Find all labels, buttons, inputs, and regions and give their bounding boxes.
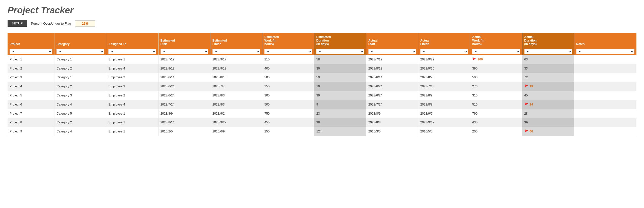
table-cell: 2023/6/14 (158, 73, 210, 82)
filter-category[interactable]: ▼ (56, 49, 104, 54)
table-cell: 2023/7/24 (158, 100, 210, 109)
table-cell: 250 (262, 127, 314, 136)
table-cell (574, 118, 636, 127)
table-row: Project 7Category 5Employee 12023/8/9202… (8, 109, 636, 118)
table-cell: 790 (470, 109, 522, 118)
header-row: Project Category Assigned To EstimatedSt… (8, 33, 636, 48)
table-cell: 250 (262, 82, 314, 91)
table-cell: 23 (314, 109, 366, 118)
table-body: Project 1Category 1Employee 12023/7/1920… (8, 55, 636, 136)
table-row: Project 1Category 1Employee 12023/7/1920… (8, 55, 636, 64)
table-row: Project 4Category 2Employee 32023/6/2420… (8, 82, 636, 91)
table-cell: Employee 2 (106, 91, 158, 100)
col-header-project: Project (8, 33, 54, 48)
table-cell: 2023/9/7 (418, 109, 470, 118)
setup-row: SETUP Percent Over/Under to Flag 25% (8, 20, 636, 27)
flagged-value: 300 (477, 58, 483, 61)
col-header-est-duration: EstimatedDuration(in days) (314, 33, 366, 48)
filter-act-duration[interactable]: ▼ (524, 49, 572, 54)
filter-act-work[interactable]: ▼ (472, 49, 520, 54)
flagged-value: 14 (530, 103, 533, 106)
table-cell: Project 3 (8, 73, 54, 82)
table-cell: Project 7 (8, 109, 54, 118)
table-cell: Category 5 (54, 109, 106, 118)
project-table: Project Category Assigned To EstimatedSt… (8, 33, 636, 136)
table-cell: 38 (314, 118, 366, 127)
filter-act-start[interactable]: ▼ (368, 49, 416, 54)
table-cell: Category 2 (54, 82, 106, 91)
table-cell: Project 4 (8, 82, 54, 91)
table-cell: 30 (314, 64, 366, 73)
table-cell: 58 (314, 55, 366, 64)
table-cell: 2023/9/17 (418, 118, 470, 127)
table-cell: 2023/6/24 (366, 82, 418, 91)
table-cell: Employee 4 (106, 100, 158, 109)
table-cell: 2023/8/8 (418, 100, 470, 109)
table-cell: 450 (262, 118, 314, 127)
table-cell: Employee 1 (106, 109, 158, 118)
table-cell: 276 (470, 82, 522, 91)
filter-assigned-to[interactable]: ▼ (108, 49, 156, 54)
table-cell: 2023/7/24 (366, 100, 418, 109)
table-cell: Employee 1 (106, 127, 158, 136)
filter-est-start[interactable]: ▼ (160, 49, 208, 54)
table-cell: 2023/8/8 (366, 118, 418, 127)
filter-notes[interactable]: ▼ (576, 49, 634, 54)
flag-icon: 🚩 (524, 129, 529, 133)
table-cell: 300 (262, 91, 314, 100)
table-cell: Employee 4 (106, 64, 158, 73)
table-cell: 63 (522, 55, 574, 64)
table-cell: Project 9 (8, 127, 54, 136)
table-cell: Employee 1 (106, 55, 158, 64)
table-cell: 2016/3/5 (366, 127, 418, 136)
table-cell: 2023/7/19 (158, 55, 210, 64)
table-cell: 2023/9/2 (210, 109, 262, 118)
table-cell: 2023/8/9 (158, 109, 210, 118)
table-cell: 2023/6/24 (366, 91, 418, 100)
filter-act-finish[interactable]: ▼ (420, 49, 468, 54)
table-cell: 2023/8/26 (418, 73, 470, 82)
table-cell: 2023/6/24 (158, 91, 210, 100)
table-cell (574, 73, 636, 82)
table-cell: 2023/6/24 (158, 82, 210, 91)
table-cell: 2023/9/22 (210, 118, 262, 127)
filter-project[interactable]: ▼ (10, 49, 52, 54)
col-header-assigned-to: Assigned To (106, 33, 158, 48)
table-cell: 39 (314, 91, 366, 100)
table-cell: 🚩19 (522, 82, 574, 91)
page-title: Project Tracker (8, 5, 636, 16)
table-cell: 2023/8/3 (210, 91, 262, 100)
table-cell: 33 (522, 64, 574, 73)
table-cell: 2023/7/13 (418, 82, 470, 91)
filter-row: ▼ ▼ ▼ ▼ ▼ ▼ ▼ ▼ ▼ ▼ ▼ ▼ (8, 48, 636, 55)
flag-icon: 🚩 (524, 84, 529, 88)
table-cell: 39 (522, 118, 574, 127)
filter-est-work[interactable]: ▼ (264, 49, 312, 54)
filter-est-finish[interactable]: ▼ (212, 49, 260, 54)
table-cell: 2023/9/12 (210, 64, 262, 73)
table-cell: Employee 1 (106, 118, 158, 127)
table-cell: Employee 3 (106, 82, 158, 91)
table-cell: 2023/9/17 (210, 55, 262, 64)
col-header-act-finish: ActualFinish (418, 33, 470, 48)
table-cell: 2023/8/9 (418, 91, 470, 100)
table-cell: Project 5 (8, 91, 54, 100)
table-cell: 59 (314, 73, 366, 82)
table-cell: Project 8 (8, 118, 54, 127)
table-cell: 2016/2/5 (158, 127, 210, 136)
table-cell: Category 2 (54, 118, 106, 127)
col-header-est-finish: EstimatedFinish (210, 33, 262, 48)
table-cell (574, 55, 636, 64)
table-cell: 2023/8/14 (158, 118, 210, 127)
table-cell: 🚩300 (470, 55, 522, 64)
table-row: Project 2Category 2Employee 42023/8/1220… (8, 64, 636, 73)
setup-button[interactable]: SETUP (8, 20, 27, 27)
col-header-notes: Notes (574, 33, 636, 48)
table-cell: Project 2 (8, 64, 54, 73)
table-cell: 28 (522, 109, 574, 118)
table-row: Project 9Category 4Employee 12016/2/5201… (8, 127, 636, 136)
table-cell: 750 (262, 109, 314, 118)
setup-field-value: 25% (75, 20, 95, 27)
table-cell: 210 (262, 55, 314, 64)
filter-est-duration[interactable]: ▼ (316, 49, 364, 54)
